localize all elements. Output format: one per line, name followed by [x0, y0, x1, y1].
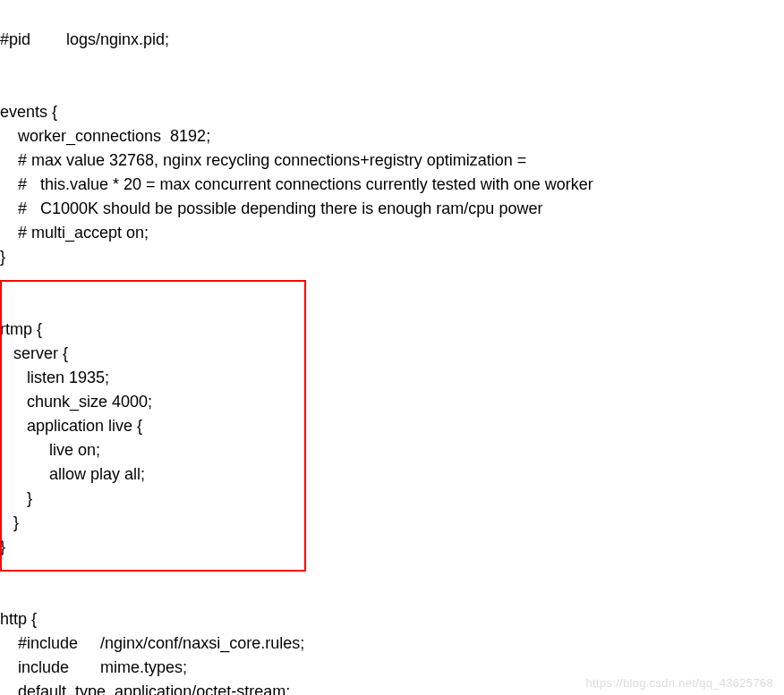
code-line: worker_connections 8192;: [0, 127, 210, 145]
code-line: }: [0, 489, 32, 507]
code-line: listen 1935;: [0, 369, 109, 386]
code-line: include mime.types;: [0, 658, 187, 676]
code-line: # multi_accept on;: [0, 224, 149, 242]
code-line: events {: [0, 103, 57, 121]
code-line: # max value 32768, nginx recycling conne…: [0, 151, 531, 169]
code-line: application live {: [0, 417, 142, 435]
code-line: # this.value * 20 = max concurrent conne…: [0, 175, 593, 193]
code-line: #include /nginx/conf/naxsi_core.rules;: [0, 634, 304, 652]
code-line: allow play all;: [0, 465, 145, 483]
config-code-block: #pid logs/nginx.pid; events { worker_con…: [0, 0, 784, 695]
code-line: http {: [0, 610, 37, 628]
code-line: rtmp {: [0, 320, 42, 338]
code-line: }: [0, 513, 19, 531]
code-line: chunk_size 4000;: [0, 393, 152, 411]
code-line: }: [0, 248, 5, 266]
watermark-text: https://blog.csdn.net/qq_43625768: [586, 676, 773, 690]
code-line: # C1000K should be possible depending th…: [0, 199, 542, 217]
code-line: #pid logs/nginx.pid;: [0, 30, 169, 48]
code-line: default_type application/octet-stream;: [0, 682, 290, 695]
code-line: }: [0, 538, 5, 555]
code-line: live on;: [0, 441, 100, 459]
code-line: server {: [0, 344, 68, 362]
